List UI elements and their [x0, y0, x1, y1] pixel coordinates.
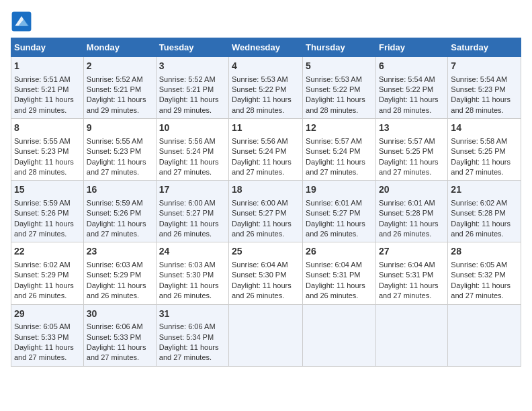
day-number: 14 — [451, 122, 518, 135]
sunset-label: Sunset: 5:33 PM — [14, 333, 69, 341]
daylight-label: Daylight: 11 hours and 27 minutes. — [159, 158, 219, 176]
daylight-label: Daylight: 11 hours and 26 minutes. — [306, 220, 365, 238]
daylight-label: Daylight: 11 hours and 26 minutes. — [159, 220, 219, 238]
calendar-cell: 12Sunrise: 5:57 AMSunset: 5:24 PMDayligh… — [303, 119, 376, 181]
sunrise-label: Sunrise: 5:55 AM — [14, 137, 71, 145]
daylight-label: Daylight: 11 hours and 27 minutes. — [87, 220, 146, 238]
column-header-wednesday: Wednesday — [229, 38, 303, 57]
calendar-cell: 29Sunrise: 6:05 AMSunset: 5:33 PMDayligh… — [11, 304, 84, 366]
daylight-label: Daylight: 11 hours and 29 minutes. — [14, 95, 74, 113]
sunset-label: Sunset: 5:31 PM — [306, 271, 360, 279]
sunset-label: Sunset: 5:31 PM — [379, 271, 433, 279]
day-number: 7 — [451, 60, 518, 73]
sunset-label: Sunset: 5:23 PM — [451, 85, 505, 93]
sunset-label: Sunset: 5:29 PM — [14, 271, 69, 279]
daylight-label: Daylight: 11 hours and 29 minutes. — [159, 95, 219, 113]
calendar-cell: 4Sunrise: 5:53 AMSunset: 5:22 PMDaylight… — [229, 57, 303, 119]
column-header-saturday: Saturday — [448, 38, 521, 57]
sunset-label: Sunset: 5:33 PM — [87, 333, 141, 341]
calendar-cell: 7Sunrise: 5:54 AMSunset: 5:23 PMDaylight… — [448, 57, 521, 119]
calendar-cell — [303, 304, 376, 366]
daylight-label: Daylight: 11 hours and 27 minutes. — [379, 281, 439, 300]
day-number: 22 — [14, 245, 81, 259]
sunrise-label: Sunrise: 6:04 AM — [379, 261, 435, 269]
sunrise-label: Sunrise: 5:59 AM — [14, 199, 71, 207]
sunset-label: Sunset: 5:27 PM — [306, 209, 360, 217]
sunset-label: Sunset: 5:28 PM — [451, 209, 505, 217]
sunset-label: Sunset: 5:21 PM — [14, 85, 69, 93]
calendar-cell: 24Sunrise: 6:03 AMSunset: 5:30 PMDayligh… — [156, 242, 228, 304]
sunset-label: Sunset: 5:34 PM — [159, 333, 214, 341]
week-row-2: 8Sunrise: 5:55 AMSunset: 5:23 PMDaylight… — [11, 119, 521, 181]
calendar-cell: 22Sunrise: 6:02 AMSunset: 5:29 PMDayligh… — [11, 242, 84, 304]
day-number: 8 — [14, 122, 81, 135]
sunset-label: Sunset: 5:24 PM — [306, 147, 360, 155]
day-number: 17 — [159, 183, 226, 197]
day-number: 15 — [14, 183, 81, 197]
sunset-label: Sunset: 5:23 PM — [87, 147, 141, 155]
daylight-label: Daylight: 11 hours and 27 minutes. — [306, 158, 365, 176]
daylight-label: Daylight: 11 hours and 28 minutes. — [451, 95, 511, 113]
day-number: 31 — [159, 308, 226, 321]
sunset-label: Sunset: 5:24 PM — [159, 147, 214, 155]
calendar-cell: 14Sunrise: 5:58 AMSunset: 5:25 PMDayligh… — [448, 119, 521, 181]
day-number: 23 — [87, 245, 153, 259]
day-number: 24 — [159, 245, 226, 259]
sunrise-label: Sunrise: 5:58 AM — [451, 137, 507, 145]
calendar-cell: 3Sunrise: 5:52 AMSunset: 5:21 PMDaylight… — [156, 57, 228, 119]
day-number: 9 — [87, 122, 153, 135]
sunset-label: Sunset: 5:29 PM — [87, 271, 141, 279]
calendar-cell — [229, 304, 303, 366]
daylight-label: Daylight: 11 hours and 27 minutes. — [14, 220, 74, 238]
sunrise-label: Sunrise: 5:57 AM — [306, 137, 362, 145]
sunrise-label: Sunrise: 5:53 AM — [306, 75, 362, 83]
daylight-label: Daylight: 11 hours and 27 minutes. — [87, 343, 146, 361]
daylight-label: Daylight: 11 hours and 29 minutes. — [87, 95, 146, 113]
calendar-cell — [375, 304, 447, 366]
page-header — [11, 11, 521, 32]
daylight-label: Daylight: 11 hours and 28 minutes. — [14, 158, 74, 176]
daylight-label: Daylight: 11 hours and 27 minutes. — [87, 158, 146, 176]
daylight-label: Daylight: 11 hours and 27 minutes. — [232, 158, 292, 176]
column-header-friday: Friday — [375, 38, 447, 57]
calendar-cell: 31Sunrise: 6:06 AMSunset: 5:34 PMDayligh… — [156, 304, 228, 366]
week-row-4: 22Sunrise: 6:02 AMSunset: 5:29 PMDayligh… — [11, 242, 521, 304]
sunrise-label: Sunrise: 6:06 AM — [87, 322, 143, 330]
sunset-label: Sunset: 5:26 PM — [87, 209, 141, 217]
sunrise-label: Sunrise: 6:01 AM — [306, 199, 362, 207]
calendar-cell: 20Sunrise: 6:01 AMSunset: 5:28 PMDayligh… — [375, 181, 447, 242]
day-number: 19 — [306, 183, 373, 197]
daylight-label: Daylight: 11 hours and 28 minutes. — [379, 95, 439, 113]
sunrise-label: Sunrise: 5:55 AM — [87, 137, 143, 145]
day-number: 4 — [232, 60, 300, 73]
day-number: 16 — [87, 183, 153, 197]
sunset-label: Sunset: 5:21 PM — [87, 85, 141, 93]
column-header-sunday: Sunday — [11, 38, 84, 57]
sunrise-label: Sunrise: 6:04 AM — [306, 261, 362, 269]
sunset-label: Sunset: 5:30 PM — [159, 271, 214, 279]
sunrise-label: Sunrise: 6:01 AM — [379, 199, 435, 207]
sunset-label: Sunset: 5:25 PM — [379, 147, 433, 155]
daylight-label: Daylight: 11 hours and 27 minutes. — [379, 158, 439, 176]
calendar-cell: 21Sunrise: 6:02 AMSunset: 5:28 PMDayligh… — [448, 181, 521, 242]
sunrise-label: Sunrise: 6:02 AM — [451, 199, 507, 207]
daylight-label: Daylight: 11 hours and 26 minutes. — [87, 281, 146, 300]
sunrise-label: Sunrise: 6:00 AM — [159, 199, 216, 207]
sunrise-label: Sunrise: 5:59 AM — [87, 199, 143, 207]
calendar-cell: 2Sunrise: 5:52 AMSunset: 5:21 PMDaylight… — [83, 57, 156, 119]
daylight-label: Daylight: 11 hours and 26 minutes. — [159, 281, 219, 300]
daylight-label: Daylight: 11 hours and 26 minutes. — [379, 220, 439, 238]
calendar-cell: 25Sunrise: 6:04 AMSunset: 5:30 PMDayligh… — [229, 242, 303, 304]
sunrise-label: Sunrise: 5:52 AM — [159, 75, 216, 83]
day-number: 1 — [14, 60, 81, 73]
sunset-label: Sunset: 5:27 PM — [232, 209, 286, 217]
calendar-table: SundayMondayTuesdayWednesdayThursdayFrid… — [11, 38, 521, 367]
daylight-label: Daylight: 11 hours and 26 minutes. — [451, 220, 511, 238]
calendar-cell: 18Sunrise: 6:00 AMSunset: 5:27 PMDayligh… — [229, 181, 303, 242]
day-number: 12 — [306, 122, 373, 135]
daylight-label: Daylight: 11 hours and 27 minutes. — [14, 343, 74, 361]
day-number: 25 — [232, 245, 300, 259]
sunrise-label: Sunrise: 5:51 AM — [14, 75, 71, 83]
day-number: 27 — [379, 245, 445, 259]
daylight-label: Daylight: 11 hours and 26 minutes. — [14, 281, 74, 300]
